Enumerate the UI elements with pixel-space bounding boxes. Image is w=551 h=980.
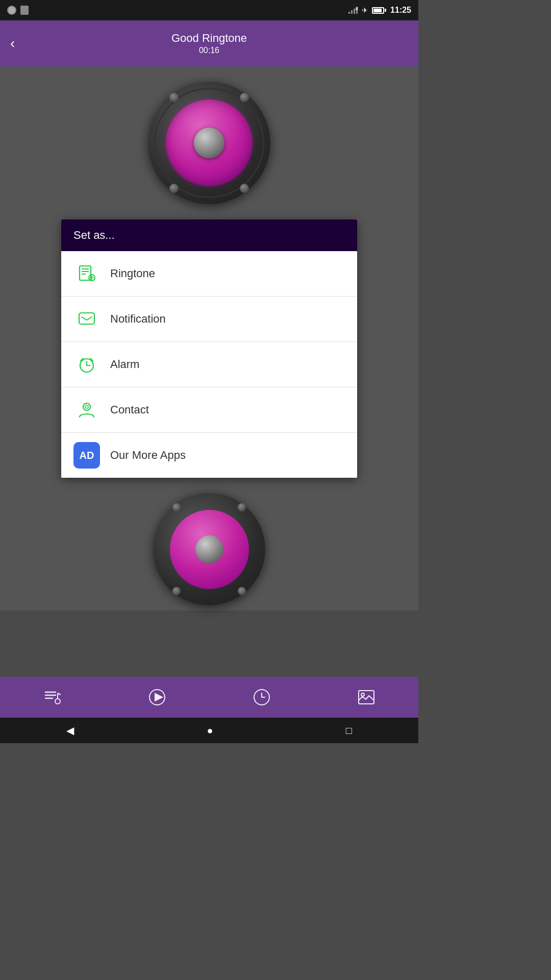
menu-item-contact[interactable]: Contact	[61, 387, 357, 433]
svg-point-18	[55, 699, 60, 704]
speaker-outer-bottom	[153, 493, 265, 605]
status-left-icons	[7, 6, 29, 15]
menu-label-more-apps: Our More Apps	[110, 449, 186, 462]
bolt-tl	[169, 93, 179, 102]
speaker-cone-top	[166, 100, 253, 186]
bolt2-bl	[172, 587, 181, 595]
bolt2-tl	[172, 503, 181, 511]
bolt2-br	[238, 587, 246, 595]
svg-point-14	[85, 405, 88, 408]
status-bar: ✕ ✈ 11:25	[0, 0, 418, 20]
svg-point-13	[83, 403, 90, 410]
status-time: 11:25	[390, 6, 411, 15]
sd-icon	[20, 6, 29, 15]
menu-item-more-apps[interactable]: AD Our More Apps	[61, 433, 357, 478]
bolt2-tr	[238, 503, 246, 511]
wallpaper-nav-button[interactable]	[357, 688, 375, 706]
alarm-icon	[73, 351, 100, 378]
svg-point-27	[361, 693, 364, 696]
bolt-tr	[240, 93, 249, 102]
speaker-top	[148, 82, 270, 204]
playlist-nav-button[interactable]	[43, 688, 62, 706]
back-button[interactable]: ‹	[10, 35, 15, 52]
header-title-block: Good Ringtone 00:16	[171, 32, 247, 55]
speaker-bottom	[153, 493, 265, 605]
status-right-icons: ✕ ✈ 11:25	[348, 6, 411, 15]
menu-item-notification[interactable]: Notification	[61, 297, 357, 342]
speaker-center-top	[194, 128, 224, 158]
header-title: Good Ringtone	[171, 32, 247, 45]
system-home-button[interactable]: ●	[207, 725, 213, 737]
ringtone-icon	[73, 260, 100, 287]
notification-icon	[73, 306, 100, 332]
no-signal-icon: ✕	[348, 7, 358, 14]
speaker-center-bottom	[195, 535, 223, 564]
menu-item-ringtone[interactable]: Ringtone	[61, 251, 357, 297]
set-as-header: Set as...	[61, 219, 357, 251]
set-as-title: Set as...	[73, 229, 115, 241]
menu-item-alarm[interactable]: Alarm	[61, 342, 357, 387]
svg-rect-7	[79, 313, 94, 324]
set-as-panel: Set as... Ringtone	[61, 219, 357, 478]
speaker-cone-bottom	[170, 510, 249, 589]
system-recents-button[interactable]: □	[346, 725, 352, 737]
record-icon	[7, 6, 16, 15]
ad-icon: AD	[73, 442, 100, 469]
top-header: ‹ Good Ringtone 00:16	[0, 20, 418, 66]
system-back-button[interactable]: ◀	[66, 724, 74, 737]
system-nav: ◀ ● □	[0, 718, 418, 743]
speaker-outer-top	[148, 82, 270, 204]
menu-label-alarm: Alarm	[110, 358, 139, 371]
main-content: Set as... Ringtone	[0, 66, 418, 610]
header-duration: 00:16	[171, 46, 247, 55]
svg-rect-26	[359, 691, 374, 704]
contact-icon	[73, 397, 100, 423]
bolt-br	[240, 184, 249, 193]
battery-icon	[372, 7, 386, 14]
menu-label-notification: Notification	[110, 312, 166, 326]
bottom-nav	[0, 677, 418, 718]
bolt-bl	[169, 184, 179, 193]
menu-label-ringtone: Ringtone	[110, 267, 155, 280]
play-nav-button[interactable]	[148, 688, 166, 706]
svg-marker-22	[155, 694, 162, 701]
airplane-icon: ✈	[362, 6, 368, 14]
history-nav-button[interactable]	[253, 688, 271, 706]
menu-label-contact: Contact	[110, 403, 149, 416]
